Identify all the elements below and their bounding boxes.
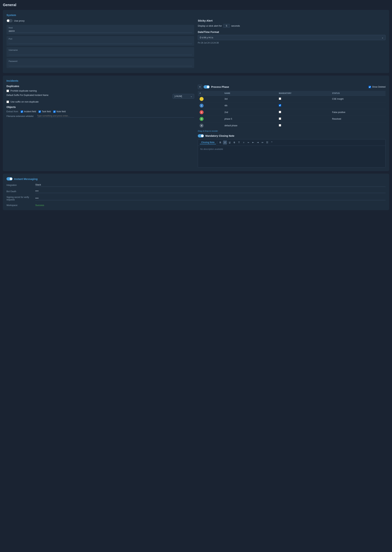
instant-messaging-section: Instant Messaging Integration Bot Oauth … xyxy=(3,174,389,210)
col-hash: # xyxy=(198,91,223,96)
show-deleted-label: Show Deleted xyxy=(372,86,385,88)
mandatory-closing-toggle[interactable] xyxy=(198,134,204,138)
password-input[interactable] xyxy=(9,63,192,66)
col-mandatory: MANDATORY xyxy=(277,91,330,96)
phase-name-cell: 2nd xyxy=(223,109,277,116)
use-suffix-checkbox[interactable] xyxy=(7,101,9,103)
task-field-label: Task field xyxy=(39,110,51,113)
phase-mandatory-checkbox[interactable] xyxy=(279,104,281,106)
use-proxy-label: Use proxy xyxy=(14,20,25,22)
task-field-checkbox[interactable] xyxy=(39,110,41,113)
phase-num-cell: 2 xyxy=(198,109,223,116)
system-title: System xyxy=(7,14,385,17)
suffix-value: [=NUM] xyxy=(175,95,182,97)
phase-num-cell: 1 xyxy=(198,102,223,109)
italic-button[interactable]: I xyxy=(223,140,227,145)
username-field: Username xyxy=(7,47,194,57)
process-phase-panel: + Process Phase Show Deleted # NAME MAND… xyxy=(198,85,385,167)
signing-secret-label: Signing secret for verify requests xyxy=(7,196,35,201)
sticky-alert-label: Display ui stick alert for xyxy=(198,24,222,27)
bot-oauth-input[interactable] xyxy=(35,190,385,193)
phase-status-cell: False positive xyxy=(330,109,385,116)
phase-status-cell: CSE Insight xyxy=(330,96,385,102)
drag-hint: Drag & Drop to reorder xyxy=(198,130,385,132)
signing-secret-input[interactable] xyxy=(35,197,385,200)
phase-table: # NAME MANDATORY STATUS 3rdCSE Insight14… xyxy=(198,91,385,129)
password-field: Password xyxy=(7,58,194,68)
incidents-section: Incidents Duplicates Prohibit duplicate … xyxy=(3,76,389,171)
im-grid: Integration Bot Oauth Signing secret for… xyxy=(7,183,385,207)
page-title: General xyxy=(3,3,389,7)
phase-name-cell: phase 5 xyxy=(223,116,277,122)
incident-field-checkbox[interactable] xyxy=(21,110,23,113)
phase-mandatory-cell[interactable] xyxy=(277,96,330,102)
phase-mandatory-checkbox[interactable] xyxy=(279,97,281,100)
datetime-format-select[interactable]: D d M y H:i:s ⌄ xyxy=(198,35,385,40)
underline-button[interactable]: U xyxy=(228,140,232,145)
password-label: Password xyxy=(9,60,192,62)
process-phase-toggle[interactable] xyxy=(203,85,210,89)
incident-field-label: Incident field xyxy=(21,110,36,113)
process-phase-label: Process Phase xyxy=(211,85,229,88)
sticky-seconds-input[interactable] xyxy=(223,24,230,28)
ordered-list-button[interactable]: ≡ xyxy=(242,140,246,145)
align-left-button[interactable]: ⇤ xyxy=(251,140,255,145)
phase-mandatory-checkbox[interactable] xyxy=(279,117,281,120)
collapse-button[interactable]: ⌃ xyxy=(270,140,274,145)
phase-mandatory-cell[interactable] xyxy=(277,122,330,129)
suffix-chevron-icon: ⌄ xyxy=(190,95,192,97)
instant-messaging-toggle[interactable] xyxy=(7,177,13,180)
phase-mandatory-cell[interactable] xyxy=(277,109,330,116)
closing-note-tab[interactable]: Closing Note xyxy=(200,141,216,144)
grid-button[interactable]: ☷ xyxy=(265,140,269,145)
unordered-list-button[interactable]: •• xyxy=(246,140,250,145)
integration-input[interactable] xyxy=(35,183,385,187)
use-suffix-label: Use suffix on non-duplicate xyxy=(10,100,39,103)
username-label: Username xyxy=(9,49,192,51)
note-field-checkbox[interactable] xyxy=(53,110,56,113)
sticky-alert-title: Sticky Alert xyxy=(198,19,385,22)
phase-mandatory-checkbox[interactable] xyxy=(279,111,281,113)
phase-status-cell xyxy=(330,122,385,129)
add-phase-button[interactable]: + xyxy=(198,85,202,89)
align-right-button[interactable]: ⇦ xyxy=(260,140,264,145)
prohibit-duplicate-label: Prohibit duplicate naming xyxy=(10,90,37,92)
phase-num-cell: 3 xyxy=(198,116,223,122)
align-center-button[interactable]: ⇥ xyxy=(256,140,260,145)
show-deleted-checkbox[interactable] xyxy=(369,86,371,88)
system-section: System Use proxy Host Port Username Pass… xyxy=(3,10,389,73)
username-input[interactable] xyxy=(9,52,192,55)
use-proxy-toggle[interactable] xyxy=(7,19,13,22)
workspace-label: Workspace: xyxy=(7,204,35,207)
suffix-select[interactable]: [=NUM] ⌄ xyxy=(173,94,194,99)
workspace-value: Success xyxy=(35,204,385,207)
table-row: 4default phase xyxy=(198,122,385,129)
filename-input[interactable] xyxy=(37,115,194,118)
phase-num-cell: 4 xyxy=(198,122,223,129)
extract-label: Extract from xyxy=(7,110,18,113)
phase-mandatory-checkbox[interactable] xyxy=(279,124,281,126)
datetime-chevron-icon: ⌄ xyxy=(382,36,384,39)
phase-name-cell: 4th xyxy=(223,102,277,109)
col-status: STATUS xyxy=(330,91,385,96)
mandatory-closing-label: Mandatory Closing Note xyxy=(205,134,234,137)
phase-mandatory-cell[interactable] xyxy=(277,102,330,109)
host-input[interactable] xyxy=(9,29,192,33)
strikethrough-button[interactable]: S xyxy=(232,140,236,145)
text-button[interactable]: T xyxy=(237,140,241,145)
editor-body[interactable]: No description available xyxy=(198,146,385,167)
phase-status-cell: Resolved xyxy=(330,116,385,122)
host-label: Host xyxy=(9,27,192,29)
bold-button[interactable]: B xyxy=(218,140,222,145)
prohibit-duplicate-checkbox[interactable] xyxy=(7,90,9,92)
table-row: 14th xyxy=(198,102,385,109)
incidents-title: Incidents xyxy=(7,79,385,82)
phase-mandatory-cell[interactable] xyxy=(277,116,330,122)
suffix-label: Default Suffix For Duplicated Incident N… xyxy=(7,94,171,97)
col-name: NAME xyxy=(223,91,277,96)
integration-label: Integration xyxy=(7,184,35,186)
port-input[interactable] xyxy=(9,41,192,44)
duplicates-title: Duplicates xyxy=(7,85,194,88)
datetime-title: Date/Time Format xyxy=(198,31,385,34)
port-label: Port xyxy=(9,38,192,40)
